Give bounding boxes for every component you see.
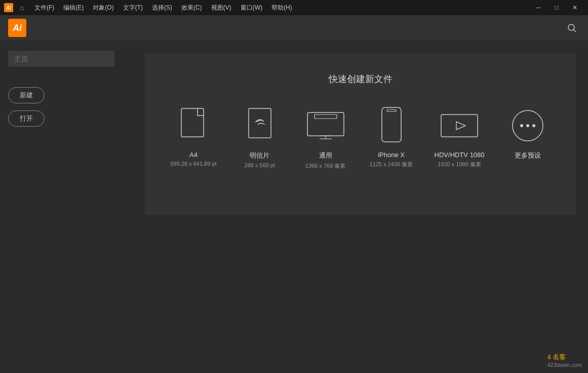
a4-icon (173, 105, 214, 146)
svg-point-0 (568, 24, 574, 30)
phone-icon (371, 105, 412, 146)
new-button[interactable]: 新建 (8, 87, 45, 103)
main-area: 新建 打开 快速创建新文件 A4 595.28 x 841.89 pt (0, 41, 588, 373)
iphone-dim: 1125 x 2436 像素 (370, 161, 413, 168)
template-more[interactable]: 更多预设 (505, 105, 551, 162)
svg-rect-9 (382, 107, 401, 142)
common-dim: 1366 x 768 像素 (305, 162, 346, 170)
monitor-icon (305, 105, 346, 146)
title-bar: Ai ⌂ 文件(F) 编辑(E) 对象(O) 文字(T) 选择(S) 效果(C)… (0, 0, 588, 15)
title-bar-menus: 文件(F) 编辑(E) 对象(O) 文字(T) 选择(S) 效果(C) 视图(V… (30, 3, 526, 13)
watermark: 4 名客 423down.com (547, 353, 582, 368)
menu-effect[interactable]: 效果(C) (177, 3, 206, 13)
video-icon (439, 105, 480, 146)
menu-view[interactable]: 视图(V) (207, 3, 236, 13)
hdtv-name: HDV/HDTV 1080 (435, 151, 485, 159)
postcard-name: 明信片 (250, 151, 269, 160)
hdtv-dim: 1920 x 1080 像素 (438, 161, 481, 168)
svg-rect-2 (181, 108, 204, 137)
more-name: 更多预设 (515, 151, 541, 160)
toolbar-logo: Ai (8, 19, 26, 37)
svg-line-1 (574, 30, 576, 32)
open-button[interactable]: 打开 (8, 110, 45, 127)
a4-name: A4 (189, 151, 198, 159)
iphone-name: iPhone X (378, 151, 405, 159)
svg-rect-11 (441, 115, 478, 137)
home-icon-btn[interactable]: ⌂ (16, 2, 27, 13)
title-logo-small: Ai (4, 3, 13, 12)
svg-point-14 (520, 124, 523, 127)
svg-point-16 (532, 124, 535, 127)
menu-object[interactable]: 对象(O) (89, 3, 117, 13)
svg-rect-5 (315, 115, 337, 119)
postcard-dim: 288 x 560 pt (244, 162, 275, 168)
toolbar: Ai (0, 15, 588, 41)
a4-dim: 595.28 x 841.89 pt (170, 161, 216, 167)
window-controls: ─ □ ✕ (529, 0, 584, 15)
svg-rect-4 (307, 113, 344, 136)
template-common[interactable]: 通用 1366 x 768 像素 (303, 105, 348, 170)
menu-edit[interactable]: 编辑(E) (59, 3, 88, 13)
template-grid: A4 595.28 x 841.89 pt 明信片 288 x 560 pt (170, 105, 551, 170)
menu-window[interactable]: 窗口(W) (237, 3, 266, 13)
svg-marker-12 (456, 122, 465, 130)
close-button[interactable]: ✕ (566, 0, 584, 15)
menu-text[interactable]: 文字(T) (119, 3, 147, 13)
postcard-icon (240, 105, 280, 146)
home-input[interactable] (8, 51, 114, 67)
quick-create-title: 快速创建新文件 (170, 73, 551, 85)
menu-file[interactable]: 文件(F) (30, 3, 58, 13)
svg-rect-10 (387, 109, 396, 111)
restore-button[interactable]: □ (547, 0, 566, 15)
sidebar: 新建 打开 (0, 41, 137, 373)
more-icon (507, 105, 548, 146)
svg-point-15 (526, 124, 529, 127)
template-postcard[interactable]: 明信片 288 x 560 pt (237, 105, 283, 168)
sidebar-buttons: 新建 打开 (8, 87, 129, 127)
common-name: 通用 (319, 151, 332, 160)
quick-create-panel: 快速创建新文件 A4 595.28 x 841.89 pt (145, 53, 576, 215)
template-iphone[interactable]: iPhone X 1125 x 2436 像素 (369, 105, 414, 168)
menu-help[interactable]: 帮助(H) (267, 3, 296, 13)
template-a4[interactable]: A4 595.28 x 841.89 pt (170, 105, 216, 167)
template-hdtv[interactable]: HDV/HDTV 1080 1920 x 1080 像素 (435, 105, 485, 168)
search-button[interactable] (564, 20, 580, 36)
content-area: 快速创建新文件 A4 595.28 x 841.89 pt (137, 41, 588, 373)
menu-select[interactable]: 选择(S) (148, 3, 176, 13)
minimize-button[interactable]: ─ (529, 0, 547, 15)
